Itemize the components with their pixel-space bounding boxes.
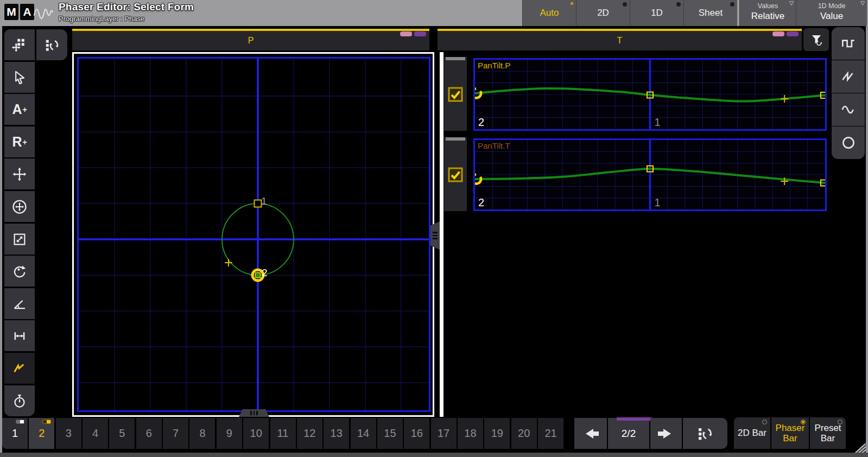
phaser-bar-button[interactable]: Phaser Bar: [771, 417, 809, 449]
right-grip-handle[interactable]: [430, 221, 440, 250]
move-center-tool[interactable]: [4, 191, 35, 222]
page-progress-strip: [617, 417, 652, 421]
ma-logo-m: M: [4, 4, 18, 20]
mode-1d-dropdown[interactable]: 1D Mode Value ▽: [796, 0, 867, 26]
move-tool[interactable]: [4, 158, 35, 189]
step-button-10[interactable]: 10: [243, 418, 269, 449]
point-1-label: 1: [261, 195, 267, 207]
rotate-icon: [11, 263, 28, 280]
view-mode-tabs: Auto 2D 1D Sheet Values Relative ▽ 1D Mo…: [522, 0, 867, 26]
row-handle[interactable]: [446, 137, 465, 141]
width-tool[interactable]: [4, 320, 35, 351]
step-button-2[interactable]: 2: [29, 418, 54, 449]
update-sync-icon: [44, 37, 60, 53]
next-step-button[interactable]: [650, 418, 682, 449]
step-button-14[interactable]: 14: [351, 418, 376, 449]
step-button-3[interactable]: 3: [56, 418, 81, 449]
bottom-bezel: [0, 453, 868, 457]
dropdown-triangle-icon: ▽: [789, 0, 794, 6]
step-button-16[interactable]: 16: [404, 418, 429, 449]
update-steps-button[interactable]: [683, 418, 727, 449]
tilt-phase-chart[interactable]: PanTilt.T 2 1: [473, 138, 827, 211]
checkbox-checked-icon: [448, 167, 463, 182]
filter-sync-button[interactable]: [803, 28, 829, 51]
chart-step-label: 2: [478, 116, 484, 129]
step-button-11[interactable]: 11: [270, 418, 296, 449]
pointer-tool[interactable]: [4, 62, 35, 93]
add-relative-tool[interactable]: R+: [4, 126, 35, 157]
step-state-chip: [16, 420, 24, 424]
chart-step-label: 1: [655, 116, 661, 129]
step-button-19[interactable]: 19: [484, 418, 510, 449]
circle-form-button[interactable]: [832, 126, 865, 159]
header-purple-pill: [414, 31, 426, 36]
step-button-15[interactable]: 15: [377, 418, 403, 449]
circle-form-icon: [840, 134, 857, 151]
bottom-grip-handle[interactable]: [239, 409, 269, 417]
encoder-bar-toggle[interactable]: [36, 29, 67, 60]
sawtooth-wave-icon: [840, 68, 857, 85]
chart-title: PanTilt.P: [478, 61, 510, 70]
tab-2d[interactable]: 2D: [576, 0, 630, 26]
step-button-8[interactable]: 8: [189, 418, 215, 449]
add-absolute-tool[interactable]: A+: [4, 94, 35, 125]
preset-bar-button[interactable]: Preset Bar: [810, 417, 846, 449]
step-button-12[interactable]: 12: [297, 418, 322, 449]
form-2d-plot[interactable]: 1 2: [77, 57, 430, 412]
pan-phase-chart[interactable]: PanTilt.P 2 1: [473, 58, 827, 131]
square-wave-form-button[interactable]: [832, 27, 865, 60]
tab-1d[interactable]: 1D: [630, 0, 683, 26]
stopwatch-icon: [11, 393, 28, 409]
column-header-pan[interactable]: P: [72, 29, 429, 50]
step-button-17[interactable]: 17: [431, 418, 457, 449]
bar-indicator: [801, 420, 806, 424]
phaser-wave-icon: [33, 5, 54, 21]
step-button-13[interactable]: 13: [324, 418, 349, 449]
tab-auto[interactable]: Auto: [522, 0, 576, 26]
tilt-enable-checkbox[interactable]: [448, 167, 463, 182]
bar-indicator: [762, 420, 767, 424]
step-button-7[interactable]: 7: [163, 418, 188, 449]
form-2d-view-window: 1 2: [72, 52, 434, 417]
sine-wave-form-button[interactable]: [832, 93, 865, 126]
values-dropdown[interactable]: Values Relative ▽: [739, 0, 796, 26]
step-button-4[interactable]: 4: [83, 418, 108, 449]
angle-tool[interactable]: [4, 288, 35, 319]
rotate-tool[interactable]: [4, 256, 35, 287]
phase-tool[interactable]: [4, 353, 35, 384]
scale-tool[interactable]: [4, 224, 35, 255]
step-bar: 123456789101112131415161718192021: [0, 418, 567, 449]
sawtooth-wave-form-button[interactable]: [832, 60, 865, 93]
panel-splitter[interactable]: [440, 52, 443, 417]
chart-step-label: 1: [655, 196, 661, 209]
pan-enable-checkbox[interactable]: [448, 87, 463, 102]
pointer-icon: [11, 69, 28, 86]
chart-title: PanTilt.T: [478, 141, 510, 150]
step-button-21[interactable]: 21: [538, 418, 563, 449]
header-pink-pill: [772, 31, 784, 36]
step-page-indicator[interactable]: 2/2: [608, 418, 649, 449]
ma-logo[interactable]: M A: [4, 4, 34, 20]
column-header-tilt[interactable]: T: [438, 29, 802, 50]
circle-move-icon: [11, 199, 28, 215]
step-button-5[interactable]: 5: [109, 418, 135, 449]
step-button-1[interactable]: 1: [2, 418, 28, 449]
previous-step-button[interactable]: [574, 418, 607, 449]
tab-indicator-dot: [623, 2, 627, 7]
window-subtitle: ProgrammingLayer : Phase: [59, 15, 194, 23]
move-grid-tool[interactable]: [4, 29, 35, 60]
move-arrows-icon: [11, 166, 28, 182]
tab-sheet[interactable]: Sheet: [683, 0, 737, 26]
step-button-9[interactable]: 9: [217, 418, 242, 449]
2d-bar-button[interactable]: 2D Bar: [734, 417, 770, 449]
step-button-20[interactable]: 20: [511, 418, 537, 449]
point-2-label: 2: [262, 267, 268, 279]
step-button-18[interactable]: 18: [458, 418, 483, 449]
window-title: Phaser Editor: Select Form: [59, 1, 194, 13]
tab-indicator-dot: [730, 2, 734, 7]
move-grid-icon: [11, 37, 28, 53]
dropdown-triangle-icon: ▽: [860, 0, 865, 6]
speed-tool[interactable]: [4, 385, 35, 416]
row-handle[interactable]: [446, 57, 465, 60]
step-button-6[interactable]: 6: [136, 418, 162, 449]
